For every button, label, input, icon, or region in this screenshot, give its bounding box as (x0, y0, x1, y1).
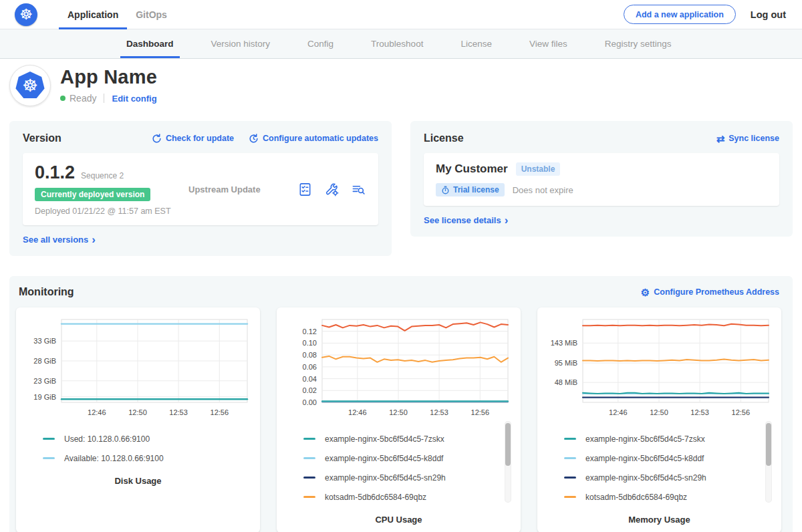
subnav-tab-troubleshoot[interactable]: Troubleshoot (365, 29, 429, 58)
legend-scrollbar[interactable] (765, 421, 772, 503)
svg-text:12:56: 12:56 (732, 408, 751, 416)
legend-scrollbar[interactable] (505, 421, 511, 503)
chart-plot: 0.000.020.040.060.080.100.1212:4612:5012… (285, 314, 513, 420)
legend-label: kotsadm-5db6dc6584-69qbz (325, 493, 426, 502)
kubernetes-wheel-glyph: ☸ (19, 7, 33, 22)
add-application-button[interactable]: Add a new application (624, 5, 736, 24)
legend-item: Available: 10.128.0.66:9100 (43, 448, 252, 468)
app-header: ☸ App Name Ready Edit config (0, 59, 802, 116)
chevron-right-icon: › (92, 234, 96, 245)
subnav-tab-config[interactable]: Config (301, 29, 340, 58)
configure-prometheus-link[interactable]: ⚙ Configure Prometheus Address (641, 287, 779, 297)
legend-label: example-nginx-5bc6f5d4c5-sn29h (585, 473, 706, 483)
currently-deployed-badge: Currently deployed version (35, 188, 150, 201)
version-source-label: Upstream Update (188, 184, 297, 194)
legend-color-dash-icon (564, 496, 576, 498)
subnav-tab-dashboard[interactable]: Dashboard (120, 29, 180, 58)
svg-text:0.06: 0.06 (303, 363, 317, 371)
legend-color-dash-icon (303, 496, 315, 498)
svg-text:95 MiB: 95 MiB (555, 359, 577, 367)
license-expiry-text: Does not expire (513, 185, 573, 195)
divider (104, 94, 104, 103)
svg-text:12:56: 12:56 (211, 408, 229, 416)
kubernetes-wheel-glyph: ☸ (22, 77, 37, 94)
legend-label: example-nginx-5bc6f5d4c5-sn29h (325, 473, 446, 483)
edit-config-link[interactable]: Edit config (112, 94, 156, 104)
see-all-versions-link[interactable]: See all versions › (23, 234, 96, 245)
svg-text:23 GiB: 23 GiB (33, 377, 56, 385)
app-status-text: Ready (70, 93, 96, 104)
trial-license-badge: Trial license (436, 183, 505, 196)
kubernetes-logo-icon: ☸ (15, 3, 37, 26)
preflight-checks-icon[interactable] (297, 182, 313, 197)
svg-text:0.10: 0.10 (303, 339, 317, 347)
svg-text:12:50: 12:50 (389, 408, 408, 416)
legend-item: kotsadm-5db6dc6584-69qbz (303, 487, 513, 507)
topbar-tab-gitops[interactable]: GitOps (127, 0, 176, 29)
svg-text:12:53: 12:53 (690, 408, 709, 416)
license-card-title: License (424, 132, 464, 144)
subnav-tab-registry-settings[interactable]: Registry settings (599, 29, 678, 58)
configure-prometheus-label: Configure Prometheus Address (654, 287, 779, 297)
see-all-versions-label: See all versions (23, 235, 88, 245)
svg-text:0.08: 0.08 (303, 351, 317, 359)
legend-color-dash-icon (564, 477, 576, 479)
see-license-details-link[interactable]: See license details › (424, 215, 508, 226)
legend-item: example-nginx-5bc6f5d4c5-sn29h (303, 468, 513, 487)
svg-text:19 GiB: 19 GiB (33, 393, 56, 401)
legend-scrollbar-thumb[interactable] (766, 423, 771, 466)
cpu-usage-legend: example-nginx-5bc6f5d4c5-7zskxexample-ng… (303, 429, 513, 507)
legend-item: example-nginx-5bc6f5d4c5-7zskx (303, 429, 513, 448)
disk-usage-chart-card: 19 GiB23 GiB28 GiB33 GiB12:4612:5012:531… (16, 307, 260, 532)
app-icon: ☸ (9, 65, 51, 106)
legend-scrollbar-thumb[interactable] (505, 423, 511, 466)
svg-text:0.04: 0.04 (303, 375, 317, 383)
legend-color-dash-icon (564, 457, 576, 459)
file-search-icon[interactable] (351, 182, 366, 197)
configure-automatic-updates-link[interactable]: Configure automatic updates (249, 134, 378, 144)
legend-label: Used: 10.128.0.66:9100 (64, 434, 150, 444)
svg-text:0.00: 0.00 (303, 398, 317, 406)
topbar-tab-application[interactable]: Application (59, 0, 127, 29)
legend-label: example-nginx-5bc6f5d4c5-7zskx (585, 434, 705, 444)
subnav-tab-view-files[interactable]: View files (523, 29, 573, 58)
check-for-update-link[interactable]: Check for update (152, 134, 234, 144)
logout-link[interactable]: Log out (751, 9, 786, 20)
chart-plot: 19 GiB23 GiB28 GiB33 GiB12:4612:5012:531… (24, 314, 252, 420)
legend-color-dash-icon (303, 438, 315, 440)
legend-label: kotsadm-5db6dc6584-69qbz (585, 493, 687, 502)
config-wrench-icon[interactable] (324, 182, 340, 197)
svg-text:33 GiB: 33 GiB (33, 337, 56, 345)
svg-text:12:50: 12:50 (650, 408, 668, 416)
legend-label: example-nginx-5bc6f5d4c5-7zskx (325, 434, 444, 444)
sync-license-link[interactable]: ⇄ Sync license (716, 134, 779, 144)
svg-text:48 MiB: 48 MiB (555, 378, 577, 386)
svg-text:12:53: 12:53 (169, 408, 188, 416)
channel-badge: Unstable (516, 162, 561, 176)
version-card: Version Check for update (9, 121, 392, 256)
version-sequence: Sequence 2 (81, 171, 124, 180)
clock-refresh-icon (249, 134, 259, 144)
subnav-tab-license[interactable]: License (454, 29, 498, 58)
svg-text:28 GiB: 28 GiB (33, 357, 56, 365)
legend-color-dash-icon (564, 438, 576, 440)
memory-usage-chart-card: 48 MiB95 MiB143 MiB12:4612:5012:5312:56e… (537, 307, 781, 532)
subnav-tab-version-history[interactable]: Version history (205, 29, 277, 58)
deployed-timestamp: Deployed 01/21/22 @ 11:57 am EST (35, 207, 188, 216)
stopwatch-icon (441, 186, 450, 194)
disk-usage-legend: Used: 10.128.0.66:9100Available: 10.128.… (43, 429, 252, 468)
memory-usage-title: Memory Usage (545, 515, 773, 525)
topbar-right: Add a new application Log out (624, 0, 786, 29)
topbar-tabs: ApplicationGitOps (59, 0, 176, 29)
trial-license-label: Trial license (453, 185, 499, 194)
legend-label: example-nginx-5bc6f5d4c5-k8ddf (325, 454, 443, 463)
chevron-right-icon: › (505, 215, 509, 226)
charts-row: 19 GiB23 GiB28 GiB33 GiB12:4612:5012:531… (16, 307, 786, 532)
svg-text:12:53: 12:53 (430, 408, 448, 416)
topbar: ☸ ApplicationGitOps Add a new applicatio… (0, 0, 802, 29)
legend-item: example-nginx-5bc6f5d4c5-7zskx (564, 429, 773, 448)
svg-text:12:56: 12:56 (471, 408, 490, 416)
legend-label: Available: 10.128.0.66:9100 (64, 454, 164, 463)
chart-plot: 48 MiB95 MiB143 MiB12:4612:5012:5312:56 (545, 314, 773, 420)
ready-status-dot-icon (60, 96, 65, 101)
